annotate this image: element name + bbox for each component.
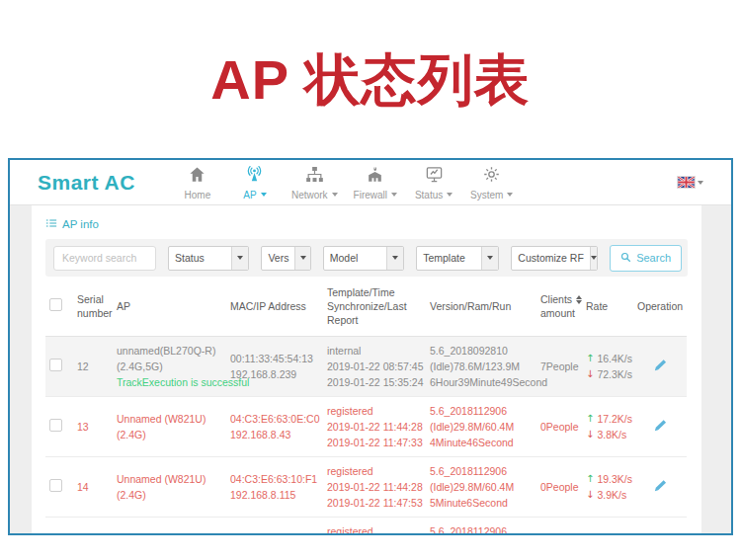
col-serial-number: Serial number bbox=[73, 277, 113, 337]
chevron-down-icon bbox=[294, 247, 309, 270]
nav-item-home[interactable]: Home bbox=[177, 165, 218, 200]
breadcrumb-label: AP info bbox=[62, 218, 99, 230]
col-ap: AP bbox=[113, 277, 226, 337]
nav-item-status[interactable]: Status bbox=[413, 165, 454, 200]
edit-pencil-icon[interactable] bbox=[653, 418, 668, 437]
cell-template-time: registered 2019-01-22 11:44:28 2019-01-2… bbox=[323, 397, 426, 457]
ap-table: Serial number AP MAC/IP Address Template… bbox=[45, 277, 687, 535]
page-body: AP info Status Vers Model Template bbox=[10, 205, 731, 535]
cell-serial: 13 bbox=[73, 397, 113, 457]
language-selector[interactable] bbox=[678, 174, 703, 192]
nav-item-firewall[interactable]: Firewall bbox=[354, 165, 397, 200]
filter-bar: Status Vers Model Template Customize RF bbox=[45, 239, 688, 277]
edit-pencil-icon[interactable] bbox=[653, 478, 668, 497]
rate-up-arrow-icon: ↑ bbox=[586, 471, 594, 487]
nav-label: Network bbox=[291, 190, 328, 200]
cell-clients: 0People bbox=[536, 518, 582, 536]
search-button[interactable]: Search bbox=[610, 245, 682, 272]
table-row: 14 Unnamed (W821U)(2.4G) 04:C3:E6:63:10:… bbox=[45, 457, 687, 518]
col-mac-ip: MAC/IP Address bbox=[226, 277, 323, 337]
row-checkbox[interactable] bbox=[49, 479, 62, 492]
row-checkbox[interactable] bbox=[49, 359, 62, 371]
cell-operation bbox=[633, 337, 687, 397]
cell-serial: 15 bbox=[73, 518, 113, 536]
chevron-down-icon bbox=[481, 247, 498, 270]
template-select[interactable]: Template bbox=[416, 246, 499, 271]
main-nav: Home AP bbox=[177, 165, 513, 200]
cell-template-time: registered 2019-01-22 11:44:28 2019-01-2… bbox=[323, 457, 426, 518]
rate-up-arrow-icon: ↑ bbox=[586, 351, 594, 366]
rate-down-arrow-icon: ↓ bbox=[586, 366, 594, 382]
chevron-down-icon bbox=[332, 193, 338, 197]
chevron-down-icon bbox=[590, 247, 597, 270]
rate-up-arrow-icon: ↑ bbox=[586, 531, 594, 535]
nav-label: AP bbox=[243, 190, 256, 200]
model-select[interactable]: Model bbox=[323, 246, 404, 271]
customize-rf-select[interactable]: Customize RF bbox=[511, 246, 598, 271]
cell-operation bbox=[633, 397, 687, 457]
content-panel: AP info Status Vers Model Template bbox=[32, 205, 701, 535]
chevron-down-icon bbox=[507, 193, 513, 197]
cell-serial: 12 bbox=[73, 337, 113, 397]
chevron-down-icon bbox=[698, 181, 703, 185]
rate-up-arrow-icon: ↑ bbox=[586, 411, 594, 427]
page-title: AP 状态列表 bbox=[0, 0, 741, 158]
edit-pencil-icon[interactable] bbox=[653, 358, 668, 376]
cell-version-ram-run: 5.6_2018112906 (Idle)29.8M/60.4M 5Minute… bbox=[426, 457, 536, 518]
sort-icon[interactable] bbox=[576, 295, 582, 304]
search-icon bbox=[620, 252, 631, 265]
cell-clients: 0People bbox=[536, 457, 582, 518]
row-checkbox[interactable] bbox=[49, 419, 62, 432]
col-operation: Operation bbox=[633, 277, 687, 337]
col-version-ram-run: Version/Ram/Run bbox=[426, 277, 536, 337]
brand-logo: Smart AC bbox=[38, 171, 135, 195]
nav-label: Home bbox=[185, 190, 211, 200]
version-select[interactable]: Vers bbox=[261, 246, 310, 271]
cell-version-ram-run: 5.6_2018112906 (Idle)29.8M/60.4M 4Minute… bbox=[426, 397, 536, 457]
status-select[interactable]: Status bbox=[168, 246, 249, 271]
network-icon bbox=[305, 165, 324, 188]
col-rate: Rate bbox=[582, 277, 633, 337]
firewall-icon bbox=[366, 165, 384, 188]
list-icon bbox=[45, 217, 57, 231]
antenna-icon bbox=[245, 165, 264, 188]
chevron-down-icon bbox=[386, 247, 403, 270]
cell-template-time: internal 2019-01-22 08:57:45 2019-01-22 … bbox=[323, 337, 426, 397]
table-row: 13 Unnamed (W821U)(2.4G) 04:C3:E6:63:0E:… bbox=[45, 397, 687, 457]
nav-item-system[interactable]: System bbox=[470, 165, 513, 200]
cell-version-ram-run: 5.6_2018092810 (Idle)78.6M/123.9M 6Hour3… bbox=[426, 337, 536, 397]
select-all-checkbox[interactable] bbox=[49, 298, 62, 311]
cell-rate: ↑17.2K/s ↓3.8K/s bbox=[582, 397, 633, 457]
cell-rate: ↑18.1K/s ↓3.9K/s bbox=[582, 518, 633, 536]
app-header: Smart AC Home AP bbox=[10, 160, 731, 205]
breadcrumb: AP info bbox=[32, 205, 701, 239]
smart-ac-window: Smart AC Home AP bbox=[8, 158, 733, 535]
cell-ap: Unnamed (W821U)(2.4G) bbox=[113, 518, 226, 536]
rate-down-arrow-icon: ↓ bbox=[586, 427, 594, 442]
cell-version-ram-run: 5.6_2018112906 (Idle)29.9M/60.4M 4Minute… bbox=[426, 518, 536, 536]
nav-item-network[interactable]: Network bbox=[291, 165, 338, 200]
table-row: 12 unnamed(BL270Q-R)(2.4G,5G) TrackExecu… bbox=[45, 337, 687, 397]
chevron-down-icon bbox=[391, 193, 397, 197]
cell-ap: unnamed(BL270Q-R)(2.4G,5G) TrackExecutio… bbox=[113, 337, 226, 397]
cell-mac-ip: 04:C3:E6:63:0E:C0 192.168.8.43 bbox=[226, 397, 323, 457]
home-icon bbox=[188, 165, 206, 188]
ap-status-text: TrackExecution is successful bbox=[117, 374, 222, 390]
uk-flag-icon bbox=[678, 174, 695, 192]
nav-item-ap[interactable]: AP bbox=[234, 165, 276, 200]
cell-rate: ↑19.3K/s ↓3.9K/s bbox=[582, 457, 633, 518]
col-template-time: Template/Time Synchronize/Last Report bbox=[323, 277, 426, 337]
status-icon bbox=[425, 165, 444, 188]
table-header-row: Serial number AP MAC/IP Address Template… bbox=[45, 277, 687, 337]
cell-operation bbox=[633, 518, 687, 536]
system-gear-icon bbox=[482, 165, 501, 188]
chevron-down-icon bbox=[231, 247, 248, 270]
keyword-search-input[interactable] bbox=[53, 246, 156, 271]
cell-operation bbox=[633, 457, 687, 518]
cell-mac-ip: 04:C3:E6:63:10:F1 192.168.8.115 bbox=[226, 457, 323, 518]
cell-ap: Unnamed (W821U)(2.4G) bbox=[113, 397, 226, 457]
table-body: 12 unnamed(BL270Q-R)(2.4G,5G) TrackExecu… bbox=[45, 337, 687, 536]
rate-down-arrow-icon: ↓ bbox=[586, 487, 594, 503]
nav-label: Firewall bbox=[354, 190, 387, 200]
nav-label: System bbox=[470, 190, 503, 200]
